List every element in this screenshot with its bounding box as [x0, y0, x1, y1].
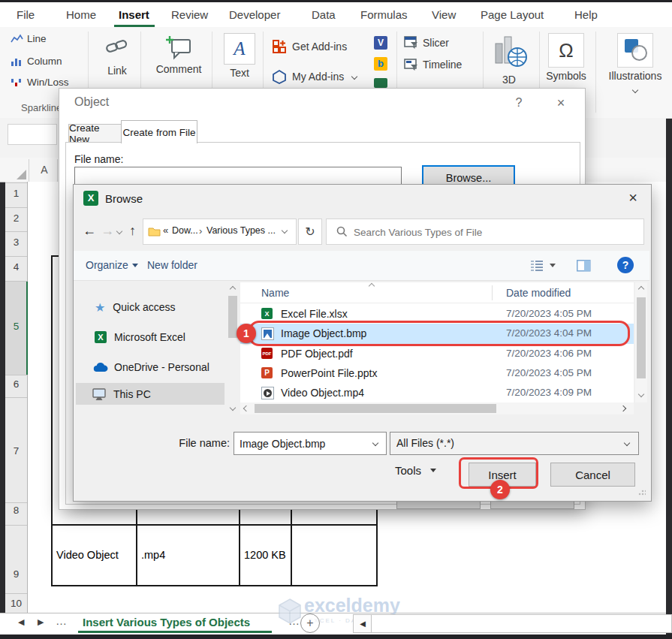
- sidebar-item-onedrive[interactable]: OneDrive - Personal: [77, 357, 224, 377]
- column-header-date[interactable]: Date modified: [506, 287, 571, 299]
- close-icon[interactable]: ×: [550, 93, 571, 113]
- select-all-corner[interactable]: [17, 170, 26, 179]
- row-header[interactable]: 7: [5, 445, 27, 457]
- row-header[interactable]: 8: [5, 505, 27, 516]
- search-box[interactable]: [326, 219, 644, 245]
- row-header[interactable]: 10: [5, 598, 27, 609]
- file-row[interactable]: Video Object.mp4 7/20/2023 4:09 PM: [240, 383, 634, 402]
- tab-create-from-file[interactable]: Create from File: [121, 120, 197, 143]
- row-header[interactable]: 9: [5, 568, 27, 580]
- combobox-chevron-icon[interactable]: [372, 440, 378, 446]
- close-icon[interactable]: ×: [622, 187, 644, 208]
- breadcrumb-item[interactable]: Dow...: [172, 225, 198, 236]
- organize-button[interactable]: Organize: [86, 259, 128, 271]
- sidebar-scrollbar[interactable]: [227, 282, 239, 415]
- list-vertical-scrollbar[interactable]: [635, 282, 647, 402]
- bing-addin-icon[interactable]: b: [374, 57, 387, 71]
- scroll-up-icon[interactable]: [638, 286, 644, 292]
- ribbon-item-get-addins[interactable]: Get Add-ins: [272, 39, 347, 54]
- view-mode-chevron-icon[interactable]: [550, 264, 556, 267]
- tab-data[interactable]: Data: [312, 8, 336, 21]
- ribbon-item-timeline[interactable]: Timeline: [404, 58, 462, 71]
- preview-pane-icon[interactable]: [577, 260, 591, 272]
- visio-addin-icon[interactable]: V: [374, 36, 387, 50]
- sheet-tab-overflow-left[interactable]: …: [56, 614, 67, 627]
- sidebar-item-quick-access[interactable]: ★ Quick access: [77, 297, 224, 317]
- scroll-left-icon[interactable]: [243, 405, 249, 411]
- scroll-up-icon[interactable]: [230, 286, 236, 292]
- scrollbar-thumb[interactable]: [255, 404, 496, 413]
- view-mode-icon[interactable]: [530, 260, 544, 272]
- file-row[interactable]: P PowerPoint File.pptx 7/20/2023 4:05 PM: [240, 363, 634, 383]
- tools-menu[interactable]: Tools: [395, 464, 436, 477]
- dropdown-chevron-icon[interactable]: [624, 440, 630, 446]
- table-cell-name[interactable]: Video Object: [56, 549, 119, 561]
- ribbon-item-3d-maps[interactable]: 3D: [487, 33, 532, 86]
- scroll-down-icon[interactable]: [638, 391, 644, 397]
- tab-view[interactable]: View: [432, 8, 456, 21]
- name-box[interactable]: [8, 124, 57, 145]
- new-folder-button[interactable]: New folder: [147, 259, 197, 271]
- column-header-a[interactable]: A: [33, 164, 56, 176]
- file-name-combobox[interactable]: [234, 432, 387, 455]
- horizontal-scrollbar[interactable]: [371, 614, 672, 633]
- up-icon[interactable]: ↑: [129, 223, 136, 239]
- row-header[interactable]: 3: [5, 237, 27, 248]
- ribbon-item-winloss-sparkline[interactable]: Win/Loss: [11, 77, 69, 88]
- sheet-nav-right-icon[interactable]: ▶: [38, 617, 44, 627]
- scroll-down-icon[interactable]: [230, 405, 236, 411]
- ribbon-item-text[interactable]: A Text: [222, 33, 257, 79]
- scroll-right-icon[interactable]: [620, 405, 626, 411]
- breadcrumb-chevrons[interactable]: «: [163, 225, 168, 236]
- ribbon-item-link[interactable]: Link: [96, 35, 138, 77]
- ribbon-item-comment[interactable]: Comment: [150, 35, 207, 75]
- list-horizontal-scrollbar[interactable]: [240, 402, 634, 414]
- table-cell-ext[interactable]: .mp4: [141, 549, 165, 561]
- tab-home[interactable]: Home: [66, 8, 96, 21]
- file-row[interactable]: PDF PDF Object.pdf 7/20/2023 4:06 PM: [240, 344, 634, 363]
- recent-locations-chevron-icon[interactable]: [116, 228, 122, 234]
- column-divider[interactable]: [492, 285, 493, 300]
- new-sheet-button[interactable]: +: [300, 613, 320, 633]
- breadcrumb-item[interactable]: Various Types ...: [206, 225, 276, 236]
- file-name-input[interactable]: [238, 436, 369, 452]
- back-icon[interactable]: ←: [83, 223, 96, 239]
- refresh-icon[interactable]: ↻: [298, 219, 322, 245]
- tab-create-new[interactable]: Create New: [68, 124, 122, 143]
- ribbon-item-illustrations[interactable]: Illustrations: [599, 33, 671, 95]
- column-header-name[interactable]: Name: [261, 287, 289, 299]
- ribbon-item-symbols[interactable]: Ω Symbols: [542, 33, 590, 82]
- search-input[interactable]: [352, 224, 633, 240]
- addin-icon[interactable]: [374, 78, 387, 88]
- row-header[interactable]: 5: [5, 321, 27, 332]
- help-icon[interactable]: ?: [617, 257, 634, 273]
- ribbon-item-my-addins[interactable]: My Add-ins: [272, 69, 357, 84]
- row-header[interactable]: 6: [5, 378, 27, 390]
- sheet-tab-overflow-right[interactable]: …: [288, 614, 300, 627]
- sidebar-item-this-pc[interactable]: This PC: [76, 383, 225, 405]
- resize-grip[interactable]: [638, 488, 646, 496]
- ribbon-item-column-sparkline[interactable]: Column: [11, 56, 62, 67]
- table-cell-size[interactable]: 1200 KB: [244, 549, 286, 561]
- row-header[interactable]: 1: [5, 188, 27, 199]
- row-header[interactable]: 4: [5, 261, 27, 273]
- active-sheet-tab[interactable]: Insert Various Types of Objects: [83, 616, 250, 628]
- ribbon-item-slicer[interactable]: Slicer: [404, 36, 449, 50]
- tab-page-layout[interactable]: Page Layout: [481, 8, 544, 21]
- address-bar[interactable]: « Dow... › Various Types ...: [143, 219, 297, 245]
- tab-review[interactable]: Review: [171, 8, 208, 21]
- tab-file[interactable]: File: [17, 8, 35, 21]
- sheet-nav-left-icon[interactable]: ◀: [18, 617, 24, 627]
- help-icon[interactable]: ?: [508, 93, 529, 113]
- tab-help[interactable]: Help: [574, 8, 598, 21]
- file-type-dropdown[interactable]: All Files (*.*): [390, 432, 639, 455]
- tab-formulas[interactable]: Formulas: [360, 8, 408, 21]
- hscroll-left-button[interactable]: ◀: [353, 614, 372, 633]
- tab-developer[interactable]: Developer: [229, 8, 280, 21]
- row-header[interactable]: 2: [5, 212, 27, 224]
- scrollbar-thumb[interactable]: [637, 297, 646, 378]
- ribbon-item-line-sparkline[interactable]: Line: [11, 33, 47, 44]
- cancel-button[interactable]: Cancel: [550, 463, 635, 487]
- sidebar-item-microsoft-excel[interactable]: X Microsoft Excel: [77, 327, 224, 347]
- address-dropdown-chevron-icon[interactable]: [282, 228, 288, 234]
